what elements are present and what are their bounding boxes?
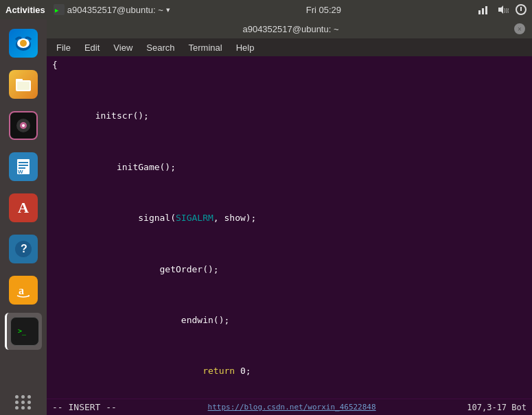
sidebar-item-terminal[interactable]: >_ [5,313,42,350]
activities-button[interactable]: Activities [5,5,45,15]
menu-view[interactable]: View [108,41,138,54]
vim-mode-indicator: -- INSERT -- [52,402,117,412]
app-dropdown-arrow[interactable]: ▾ [166,5,170,14]
sidebar-item-rhythmbox[interactable] [5,107,42,144]
app-indicator[interactable]: ▶ a904352517@ubuntu: ~ ▾ [54,4,170,15]
svg-rect-4 [485,6,487,14]
sidebar-item-files[interactable] [5,66,42,103]
cursor-position: 107,3-17 Bot [467,403,527,412]
svg-marker-5 [498,5,503,14]
sidebar: W A ? a [0,19,47,415]
main-content: W A ? a [0,19,532,415]
menu-search[interactable]: Search [141,41,180,54]
svg-point-15 [22,124,25,127]
system-clock: Fri 05:29 [306,5,341,15]
terminal-body[interactable]: { initscr(); initGame(); signal(SIGALRM,… [47,56,532,399]
svg-text:)))): )))) [504,7,509,13]
network-icon[interactable] [477,5,489,14]
svg-rect-2 [478,10,481,14]
terminal-menubar: File Edit View Search Terminal Help [47,38,532,56]
menu-terminal[interactable]: Terminal [183,41,228,54]
menu-help[interactable]: Help [231,41,260,54]
rhythmbox-icon [14,116,33,135]
svg-text:?: ? [21,243,27,254]
amazon-icon: a [14,281,33,300]
svg-rect-11 [16,79,23,82]
svg-text:W: W [18,169,23,175]
svg-rect-3 [482,8,484,14]
svg-rect-17 [19,162,28,163]
terminal-app-icon: ▶ [54,4,65,15]
system-tray: )))) [477,4,527,15]
sidebar-item-help[interactable]: ? [5,230,42,268]
font-manager-label: A [18,199,29,217]
terminal-close-button[interactable]: × [514,23,525,34]
terminal-titlebar: a904352517@ubuntu: ~ × [47,19,532,38]
svg-text:▶: ▶ [55,7,59,14]
volume-icon[interactable]: )))) [496,5,509,14]
files-icon [14,75,33,94]
help-icon: ? [14,239,33,259]
svg-rect-18 [19,165,28,166]
app-name-label: a904352517@ubuntu: ~ [67,5,163,15]
terminal-title: a904352517@ubuntu: ~ [242,24,338,34]
power-button[interactable] [516,4,527,15]
menu-edit[interactable]: Edit [79,41,105,54]
thunderbird-icon [13,33,34,54]
sidebar-item-amazon[interactable]: a [5,272,42,309]
svg-point-9 [20,40,27,47]
status-url[interactable]: https://blog.csdn.net/worxin_46522848 [208,403,376,412]
svg-text:a: a [19,285,24,296]
system-bar: Activities ▶ a904352517@ubuntu: ~ ▾ Fri … [0,0,532,19]
terminal-icon: >_ [15,322,34,341]
menu-file[interactable]: File [51,41,76,54]
sidebar-item-writer[interactable]: W [5,148,42,185]
svg-rect-12 [17,82,30,90]
system-bar-left: Activities ▶ a904352517@ubuntu: ~ ▾ [5,4,170,15]
writer-icon: W [14,157,33,176]
show-apps-button[interactable] [15,395,32,410]
svg-text:>_: >_ [18,327,27,335]
code-display: { initscr(); initGame(); signal(SIGALRM,… [52,59,527,399]
sidebar-item-font-manager[interactable]: A [5,189,42,226]
terminal-statusbar: -- INSERT -- https://blog.csdn.net/worxi… [47,399,532,415]
terminal-window: a904352517@ubuntu: ~ × File Edit View Se… [47,19,532,415]
sidebar-item-thunderbird[interactable] [5,25,42,62]
